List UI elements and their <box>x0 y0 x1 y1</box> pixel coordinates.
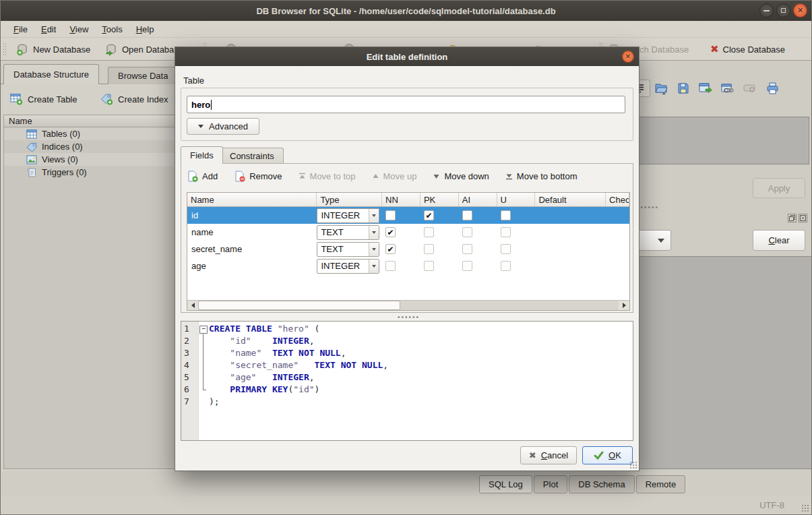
move-down-button[interactable]: Move down <box>433 171 489 181</box>
dock-splitter[interactable]: •••••• <box>637 204 659 211</box>
scroll-left-arrow[interactable] <box>187 301 198 310</box>
scroll-right-arrow[interactable] <box>619 301 629 310</box>
save-icon[interactable] <box>676 81 691 96</box>
move-up-button[interactable]: Move up <box>372 171 417 181</box>
tab-constraints[interactable]: Constraints <box>220 148 284 164</box>
ai-checkbox[interactable] <box>462 244 472 254</box>
dialog-resize-grip[interactable] <box>629 461 637 469</box>
tab-fields[interactable]: Fields <box>181 146 223 164</box>
clear-log-button[interactable]: Clear <box>753 230 805 251</box>
chevron-down-icon[interactable] <box>369 243 379 256</box>
type-combobox[interactable]: TEXT <box>317 242 379 257</box>
u-checkbox[interactable] <box>501 227 511 237</box>
column-header-u[interactable]: U <box>497 193 536 206</box>
fold-marker-icon[interactable] <box>198 384 209 396</box>
column-header-pk[interactable]: PK <box>420 193 459 206</box>
apply-cell-button[interactable]: Apply <box>753 178 805 198</box>
close-database-button[interactable]: ✖ Close Database <box>707 40 788 59</box>
chevron-down-icon[interactable] <box>369 260 379 273</box>
column-header-check[interactable]: Check <box>606 193 629 206</box>
export-icon[interactable] <box>698 81 713 96</box>
ai-checkbox[interactable] <box>462 227 472 237</box>
window-resize-grip[interactable] <box>801 504 809 512</box>
field-row-name[interactable]: nameTEXT✔ <box>187 224 629 241</box>
minimize-button[interactable] <box>759 3 774 18</box>
link-icon[interactable] <box>720 81 735 96</box>
advanced-toggle-button[interactable]: Advanced <box>187 118 259 135</box>
field-name-cell[interactable]: id <box>187 210 317 220</box>
move-to-bottom-button[interactable]: Move to bottom <box>505 171 577 181</box>
menu-file[interactable]: File <box>7 22 34 36</box>
menu-tools[interactable]: Tools <box>96 22 128 36</box>
field-name-cell[interactable]: secret_name <box>187 244 317 254</box>
field-row-id[interactable]: idINTEGER✔ <box>187 207 629 224</box>
fold-marker-icon[interactable] <box>198 371 209 384</box>
chevron-down-icon[interactable] <box>369 226 379 239</box>
u-checkbox[interactable] <box>501 261 511 271</box>
fold-marker-icon[interactable] <box>198 323 209 335</box>
column-header-type[interactable]: Type <box>317 193 382 206</box>
field-row-secret_name[interactable]: secret_nameTEXT✔ <box>187 241 629 258</box>
column-header-nn[interactable]: NN <box>382 193 420 206</box>
fold-marker-icon[interactable] <box>198 359 209 371</box>
remove-field-button[interactable]: Remove <box>234 171 282 182</box>
dock2-close-button[interactable] <box>799 214 807 222</box>
nn-checkbox[interactable]: ✔ <box>385 244 396 254</box>
bottom-tab-sql-log[interactable]: SQL Log <box>479 475 532 493</box>
dialog-splitter[interactable]: •••••• <box>398 313 420 321</box>
import-icon[interactable] <box>654 81 668 96</box>
menu-view[interactable]: View <box>63 22 94 36</box>
fields-table-hscrollbar[interactable] <box>187 300 629 310</box>
create-index-button[interactable]: Create Index <box>96 90 172 109</box>
cancel-button[interactable]: ✖ Cancel <box>520 446 577 464</box>
nn-checkbox[interactable] <box>385 210 396 220</box>
maximize-button[interactable] <box>776 3 790 18</box>
type-combobox[interactable]: INTEGER <box>317 259 379 274</box>
type-combobox[interactable]: INTEGER <box>317 208 379 223</box>
tab-browse-data[interactable]: Browse Data <box>108 67 178 84</box>
pk-checkbox[interactable] <box>424 227 434 237</box>
column-header-default[interactable]: Default <box>535 193 606 206</box>
move-to-top-button[interactable]: Move to top <box>299 171 356 181</box>
dialog-titlebar[interactable]: Edit table definition ✕ <box>175 47 639 66</box>
set-null-icon[interactable] <box>743 81 757 96</box>
nn-checkbox[interactable]: ✔ <box>385 227 396 237</box>
fold-marker-icon[interactable] <box>198 335 209 347</box>
toolbar-drag-handle[interactable] <box>3 42 6 56</box>
chevron-down-icon[interactable] <box>369 209 379 222</box>
field-row-age[interactable]: ageINTEGER <box>187 258 629 274</box>
new-database-button[interactable]: New Database <box>13 40 94 59</box>
field-name-cell[interactable]: age <box>187 261 317 271</box>
close-icon: ✕ <box>797 7 803 14</box>
table-name-input[interactable]: hero <box>187 96 625 113</box>
ai-checkbox[interactable] <box>462 261 472 271</box>
u-checkbox[interactable] <box>501 244 511 254</box>
pk-checkbox[interactable] <box>424 261 434 271</box>
scrollbar-thumb[interactable] <box>198 301 400 310</box>
column-header-ai[interactable]: AI <box>459 193 497 206</box>
u-checkbox[interactable] <box>501 210 511 220</box>
dock2-float-button[interactable] <box>788 214 797 222</box>
pk-checkbox[interactable]: ✔ <box>424 210 434 220</box>
close-button[interactable]: ✕ <box>793 3 807 18</box>
ok-button[interactable]: OK <box>582 446 633 464</box>
menu-edit[interactable]: Edit <box>35 22 62 36</box>
sql-preview-editor[interactable]: 1CREATE TABLE "hero" (2 "id" INTEGER,3 "… <box>181 321 633 441</box>
bottom-tab-db-schema[interactable]: DB Schema <box>569 475 634 493</box>
menu-help[interactable]: Help <box>130 22 160 36</box>
bottom-tab-remote[interactable]: Remote <box>636 475 686 493</box>
column-header-name[interactable]: Name <box>187 193 317 206</box>
print-icon[interactable] <box>765 81 780 96</box>
tab-database-structure[interactable]: Database Structure <box>3 64 99 84</box>
field-name-cell[interactable]: name <box>187 227 317 237</box>
fold-marker-icon[interactable] <box>198 347 209 359</box>
ai-checkbox[interactable] <box>462 210 472 220</box>
type-combobox[interactable]: TEXT <box>317 225 379 240</box>
create-table-button[interactable]: Create Table <box>6 90 81 109</box>
bottom-tab-plot[interactable]: Plot <box>534 475 567 493</box>
dialog-close-button[interactable]: ✕ <box>622 51 634 63</box>
pk-checkbox[interactable] <box>424 244 434 254</box>
nn-checkbox[interactable] <box>385 261 396 271</box>
titlebar[interactable]: DB Browser for SQLite - /home/user/code/… <box>1 1 811 21</box>
add-field-button[interactable]: Add <box>187 171 218 182</box>
